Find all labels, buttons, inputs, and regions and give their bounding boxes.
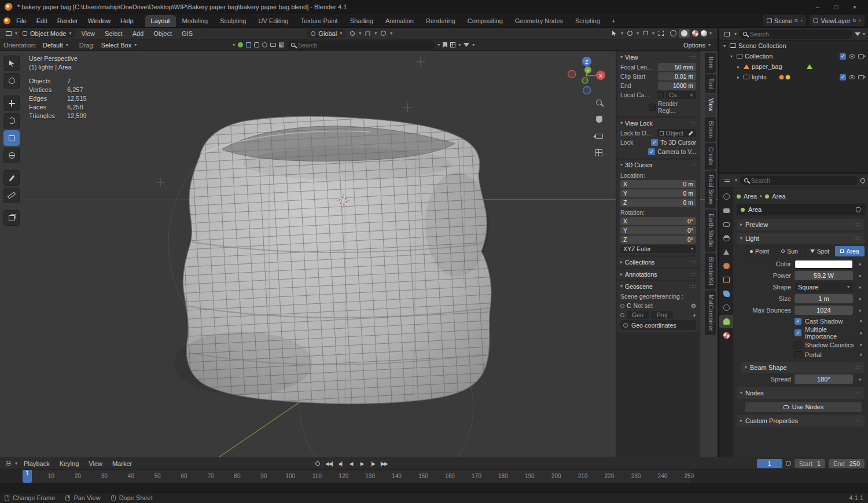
workspace-tab[interactable]: Geometry Nodes <box>509 15 569 27</box>
cursor-rot-y-field[interactable]: Y0° <box>620 226 696 234</box>
proportional-caret-icon[interactable]: ▾ <box>390 31 392 36</box>
options-dropdown[interactable]: Options▾ <box>680 41 714 50</box>
gis-plane-icon[interactable] <box>246 42 251 47</box>
npanel-tab[interactable]: MatCombiner <box>705 291 716 335</box>
app-menu-icon[interactable] <box>3 17 10 24</box>
overlays-toggle-icon[interactable] <box>641 29 650 38</box>
tool-annotate[interactable] <box>3 170 20 186</box>
animate-dot-icon[interactable]: ● <box>856 308 863 313</box>
cursor-rot-x-field[interactable]: X0° <box>620 217 696 225</box>
properties-tab-texture[interactable] <box>719 329 733 342</box>
disable-render-icon[interactable] <box>858 54 864 58</box>
proj-radio-icon[interactable] <box>620 313 624 317</box>
animate-dot-icon[interactable]: ● <box>856 285 863 290</box>
outliner-editor-type-icon[interactable] <box>722 30 732 39</box>
npanel-tab[interactable]: Tool <box>705 74 716 94</box>
light-type-area[interactable]: Area <box>835 246 865 256</box>
expand-icon[interactable]: ▾ <box>729 54 734 59</box>
outliner-row-paper-bag[interactable]: ▸ paper_bag <box>719 61 868 72</box>
animate-dot-icon[interactable]: ● <box>856 296 863 302</box>
minimize-button[interactable]: – <box>809 1 826 13</box>
view-section-header[interactable]: ▾View∷∷ <box>617 52 699 63</box>
geoscene-section-header[interactable]: ▾Geoscene∷∷ <box>617 281 699 292</box>
properties-tab-physics[interactable] <box>719 301 733 314</box>
npanel-tab[interactable]: Earth Studio <box>705 210 716 252</box>
outliner-search-input[interactable] <box>750 31 848 38</box>
npanel-tab[interactable]: View <box>705 94 716 116</box>
clear-icon[interactable]: × <box>690 91 693 98</box>
properties-type-caret-icon[interactable]: ▾ <box>735 178 737 183</box>
viewlock-section-header[interactable]: ▾View Lock∷∷ <box>617 118 699 128</box>
properties-tab-scene[interactable] <box>719 245 733 259</box>
cursor-loc-z-field[interactable]: Z0 m <box>620 199 696 207</box>
hide-eye-icon[interactable] <box>849 54 855 58</box>
timeline-editor-type-icon[interactable] <box>3 459 13 468</box>
transform-orientation-dropdown[interactable]: Global ▾ <box>307 29 345 38</box>
cast-shadow-checkbox[interactable]: ✓ <box>795 318 801 325</box>
light-type-spot[interactable]: Spot <box>805 246 834 256</box>
shadow-caustics-checkbox[interactable] <box>795 342 801 348</box>
drag-dots-icon[interactable]: ∷∷ <box>855 222 861 227</box>
play-reverse-button[interactable]: ◀ <box>346 459 356 468</box>
display-caret-icon[interactable]: ▾ <box>458 43 461 47</box>
workspace-tab[interactable]: Sculpting <box>214 15 252 27</box>
annotations-section-header[interactable]: ▸Annotations∷∷ <box>617 269 699 280</box>
geo-coordinates-button[interactable]: Geo-coordinates <box>620 320 696 330</box>
render-region-checkbox[interactable] <box>649 104 656 111</box>
npanel-tab[interactable]: Item <box>705 53 716 73</box>
npanel-tab[interactable]: Create <box>705 143 716 170</box>
outliner-item-label[interactable]: Collection <box>745 53 773 60</box>
crs-settings-gear-icon[interactable]: ⚙ <box>691 302 696 309</box>
new-viewlayer-icon[interactable]: ⧉ <box>853 19 856 23</box>
geo-button[interactable]: Geo <box>627 311 649 319</box>
gis-camera-icon[interactable] <box>270 43 276 47</box>
workspace-tab[interactable]: Animation <box>380 15 420 27</box>
crs-radio-icon[interactable] <box>620 304 624 308</box>
npanel-tab[interactable]: BlenderKit <box>705 253 716 289</box>
drag-dots-icon[interactable]: ∷∷ <box>690 284 696 289</box>
tool-measure[interactable] <box>3 188 20 203</box>
pin-icon[interactable] <box>859 177 866 183</box>
proportional-editing-icon[interactable] <box>378 29 388 38</box>
snap-caret-icon[interactable]: ▾ <box>374 31 377 36</box>
tool-rotate[interactable] <box>3 113 20 128</box>
viewport-menu[interactable]: Add <box>128 29 149 38</box>
outliner-item-label[interactable]: lights <box>752 74 767 80</box>
properties-tab-viewlayer[interactable] <box>719 232 733 245</box>
gis-caret-icon[interactable]: ▾ <box>233 43 235 47</box>
add-crs-button[interactable]: + <box>693 311 696 318</box>
light-section-header[interactable]: ▾Light∷∷ <box>737 233 865 244</box>
timeline-scroll-gutter[interactable] <box>0 483 868 492</box>
gis-basemap-icon[interactable] <box>238 42 243 47</box>
outliner-item-label[interactable]: Scene Collection <box>738 42 786 49</box>
gis-layers-icon[interactable] <box>254 42 259 47</box>
perspective-toggle-icon[interactable] <box>591 146 606 159</box>
viewport-menu[interactable]: View <box>76 29 100 38</box>
editor-type-caret-icon[interactable]: ▾ <box>15 31 17 36</box>
properties-search[interactable] <box>740 176 858 185</box>
custom-properties-section-header[interactable]: ▸Custom Properties∷∷ <box>737 415 865 427</box>
expand-icon[interactable]: ▾ <box>722 43 727 49</box>
outliner-row-lights[interactable]: ▸ lights ✓ <box>719 72 868 82</box>
to-3d-cursor-checkbox[interactable]: ✓ <box>651 139 658 146</box>
clip-start-field[interactable]: 0.01 m <box>658 72 696 80</box>
shading-material-icon[interactable] <box>692 30 698 36</box>
playhead[interactable]: 1 <box>23 470 32 483</box>
timeline-menu[interactable]: Marker <box>108 459 137 468</box>
disable-render-icon[interactable] <box>858 75 864 79</box>
npanel-tab[interactable]: Blosm <box>705 117 716 142</box>
topbar-menu[interactable]: Window <box>83 16 115 25</box>
power-field[interactable]: 59.2 W <box>795 271 853 280</box>
outliner-type-caret-icon[interactable]: ▾ <box>734 32 737 36</box>
clip-end-field[interactable]: 1000 m <box>658 82 696 90</box>
navigation-gizmo[interactable]: Z X Y <box>566 54 608 96</box>
jump-to-end-button[interactable]: |▶▶ <box>379 459 389 468</box>
rotation-mode-dropdown[interactable]: XYZ Euler▾ <box>620 245 696 253</box>
animate-dot-icon[interactable]: ● <box>856 262 863 267</box>
tool-add-cube[interactable] <box>3 210 20 226</box>
expand-icon[interactable]: ▸ <box>735 75 741 80</box>
current-frame-field[interactable]: 1 <box>757 459 782 468</box>
viewlayer-selector[interactable]: ViewLayer ⧉ × <box>810 15 865 26</box>
close-button[interactable]: × <box>846 1 863 13</box>
drag-dots-icon[interactable]: ∷∷ <box>855 418 861 424</box>
